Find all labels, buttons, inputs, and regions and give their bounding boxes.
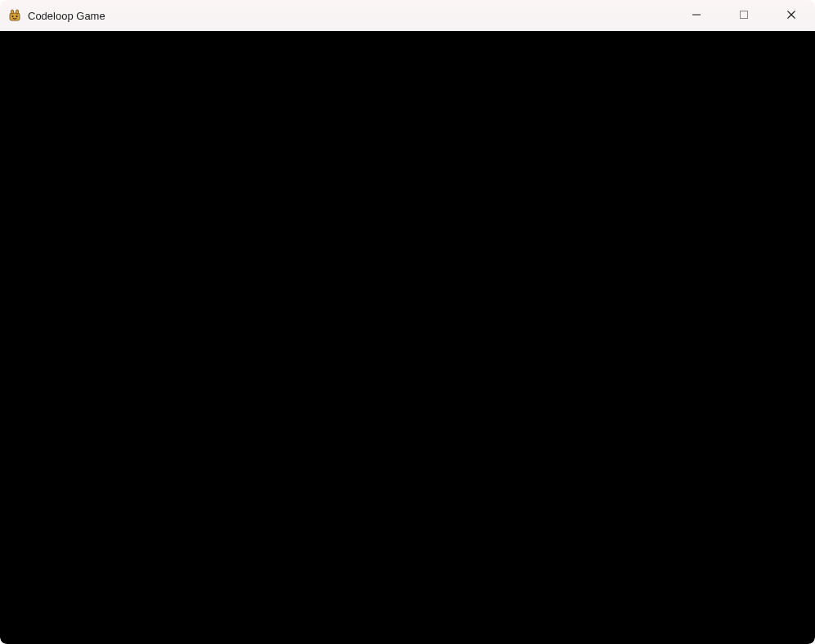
window-controls	[673, 0, 815, 31]
titlebar-left: Codeloop Game	[8, 9, 673, 22]
close-icon	[786, 8, 796, 23]
game-canvas[interactable]	[0, 31, 815, 644]
close-button[interactable]	[768, 0, 815, 31]
maximize-button[interactable]	[720, 0, 768, 31]
minimize-button[interactable]	[673, 0, 720, 31]
window-title: Codeloop Game	[28, 10, 105, 22]
svg-rect-2	[16, 10, 19, 14]
svg-point-3	[11, 16, 13, 17]
maximize-icon	[739, 8, 749, 23]
application-window: Codeloop Game	[0, 0, 815, 644]
minimize-icon	[692, 8, 701, 23]
svg-rect-6	[741, 11, 748, 19]
svg-point-4	[16, 16, 17, 17]
svg-rect-1	[11, 10, 14, 14]
titlebar[interactable]: Codeloop Game	[0, 0, 815, 31]
app-icon	[8, 9, 21, 22]
